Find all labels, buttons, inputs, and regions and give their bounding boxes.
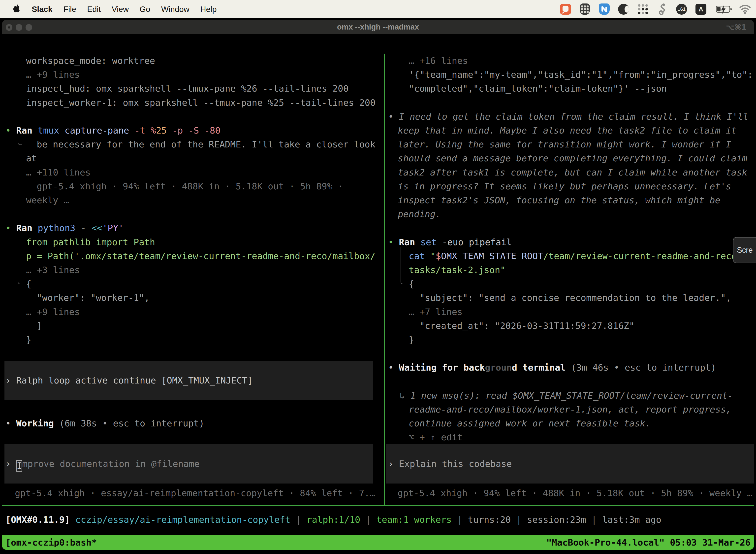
circle-61-icon[interactable]: ..61: [676, 3, 688, 15]
screenshot-notification-popup[interactable]: Scre: [733, 237, 756, 263]
json-output: "created_at": "2026-03-31T11:59:27.816Z": [420, 319, 634, 333]
json-output: … +9 lines: [26, 305, 80, 319]
tool-output: … +110 lines: [26, 166, 90, 179]
menu-edit[interactable]: Edit: [87, 5, 101, 14]
menu-file[interactable]: File: [63, 5, 76, 14]
thinking-text: task2 after task1 is complete, but can I…: [398, 166, 747, 179]
menu-bar: Slack File Edit View Go Window Help ..61…: [0, 0, 756, 18]
json-output: }: [409, 333, 414, 347]
mailbox-notice: continue assigned work or next feasible …: [409, 417, 650, 430]
window-title: omx --xhigh --madmax: [2, 22, 754, 32]
code-line: cat "$OMX_TEAM_STATE_ROOT/team/review-cu…: [409, 249, 742, 263]
command-ran-set: • Ran set -euo pipefail: [388, 235, 512, 249]
wifi-icon[interactable]: [739, 3, 751, 15]
left-log-line: … +9 lines: [26, 68, 80, 82]
thinking-text: is in progress? It seems likely but perh…: [398, 179, 731, 193]
right-pane-statusline: gpt-5.4 xhigh · 94% left · 488K in · 5.1…: [397, 486, 752, 500]
dark-circle-icon[interactable]: [618, 3, 630, 15]
terminal-window: omx --xhigh --madmax ⌥⌘1 workspace_mode:…: [2, 20, 754, 550]
code-line: from pathlib import Path: [26, 235, 155, 249]
json-output: … +7 lines: [409, 305, 462, 319]
json-output: }: [26, 333, 32, 347]
tool-result-connector: [18, 233, 22, 284]
json-output: ]: [37, 319, 42, 333]
tool-output: at: [26, 151, 37, 165]
right-log-line: '{"team_name":"my-team","task_id":"1","f…: [409, 68, 753, 82]
tmux-host-clock: "MacBook-Pro-44.local" 05:03 31-Mar-26: [546, 537, 754, 548]
right-log-line: "completed","claim_token":"claim-token"}…: [409, 82, 667, 96]
prompt-input-right: › Explain this codebase: [388, 457, 512, 471]
window-titlebar[interactable]: omx --xhigh --madmax ⌥⌘1: [2, 20, 754, 34]
input-source-icon[interactable]: A: [695, 3, 707, 15]
screenshot-app-icon[interactable]: [560, 3, 571, 15]
tool-result-connector: [400, 247, 404, 284]
left-log-line: inspect_worker-1: omx sparkshell --tmux-…: [26, 96, 376, 110]
tool-output: weekly …: [26, 193, 69, 207]
json-output: {: [409, 277, 414, 291]
thinking-text: pending.: [398, 207, 441, 221]
window-shortcut-badge: ⌥⌘1: [726, 23, 747, 32]
mailbox-notice: readme-and-reco/mailbox/worker-1.json, a…: [409, 403, 731, 417]
menu-help[interactable]: Help: [200, 5, 217, 14]
dots-grid-icon[interactable]: [637, 3, 649, 15]
tmux-session-label: [omx-cczip0:bash*: [2, 537, 97, 548]
waiting-status: • Waiting for background terminal (3m 46…: [388, 361, 716, 375]
menu-view[interactable]: View: [112, 5, 129, 14]
json-output: "worker": "worker-1",: [37, 291, 149, 305]
left-log-line: inspect_hud: omx sparkshell --tmux-pane …: [26, 82, 349, 96]
pane-separator-vertical[interactable]: [384, 54, 385, 506]
command-ran-tmux: • Ran tmux capture-pane -t %25 -p -S -80: [5, 124, 220, 137]
tool-output: be necessary for the end of the README. …: [37, 137, 375, 151]
omx-session-status: [OMX#0.11.9] cczip/essay/ai-reimplementa…: [5, 513, 661, 527]
terminal-content[interactable]: workspace_mode: worktree… +9 linesinspec…: [2, 34, 754, 550]
left-log-line: workspace_mode: worktree: [26, 54, 155, 68]
thinking-text: • I need to get the claim token from the…: [388, 110, 748, 124]
tmux-status-bar: [omx-cczip0:bash* "MacBook-Pro-44.local"…: [2, 535, 754, 550]
squiggle-icon[interactable]: [656, 3, 668, 15]
active-app-name[interactable]: Slack: [32, 5, 53, 14]
code-line: … +3 lines: [26, 263, 80, 277]
thinking-text: keep that in mind. Maybe I also need the…: [398, 124, 737, 137]
code-line: tasks/task-2.json": [409, 263, 505, 277]
mailbox-notice: ↳ 1 new msg(s): read $OMX_TEAM_STATE_ROO…: [399, 389, 733, 403]
code-line: p = Path('.omx/state/team/review-current…: [26, 249, 376, 263]
thinking-text: later. Using the same for transition mig…: [398, 137, 731, 151]
menu-window[interactable]: Window: [161, 5, 189, 14]
thinking-text: should send a message before completing …: [398, 151, 747, 165]
prompt-input-left: › Improve documentation in @filename: [5, 457, 200, 472]
blue-shield-icon[interactable]: [598, 3, 610, 15]
shield-grid-icon[interactable]: [579, 3, 591, 15]
json-output: "subject": "send a concise recommendatio…: [420, 291, 731, 305]
right-log-line: … +16 lines: [409, 54, 468, 68]
apple-menu-icon[interactable]: [13, 4, 21, 15]
ralph-loop-status: › Ralph loop active continue [OMX_TMUX_I…: [5, 374, 253, 387]
popup-text: Scre: [737, 246, 753, 255]
json-output: {: [26, 277, 32, 291]
battery-icon[interactable]: [714, 3, 732, 15]
edit-hint: ⌥ + ↑ edit: [409, 430, 462, 444]
pane-separator-horizontal: [2, 505, 754, 506]
text-cursor: I: [16, 460, 22, 472]
working-status: • Working (6m 38s • esc to interrupt): [5, 417, 204, 430]
thinking-text: inspect task2's JSON, focusing on the st…: [398, 193, 720, 207]
tool-output: gpt-5.4 xhigh · 94% left · 488K in · 5.1…: [37, 179, 343, 193]
left-pane-statusline: gpt-5.4 xhigh · essay/ai-reimplementatio…: [15, 486, 375, 500]
command-ran-python3: • Ran python3 - <<'PY': [5, 221, 124, 235]
menu-go[interactable]: Go: [140, 5, 150, 14]
